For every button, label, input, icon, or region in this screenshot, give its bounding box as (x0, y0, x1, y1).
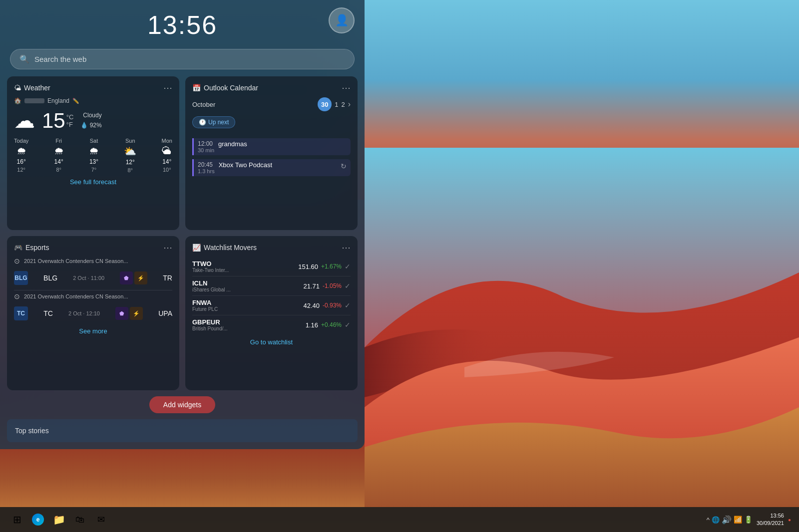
volume-icon[interactable]: 🔊 (722, 515, 732, 525)
home-icon: 🏠 (14, 97, 21, 104)
esports-menu-button[interactable]: ⋯ (163, 243, 172, 252)
calendar-event-row: 12:00 30 min grandmas (198, 140, 347, 153)
notification-dot: ● (788, 517, 791, 523)
stock-row[interactable]: FNWA Future PLC 42.40 -0.93% ✓ (192, 296, 351, 315)
stock-right: 151.60 +1.67% ✓ (298, 263, 351, 270)
watchlist-widget-header: 📈 Watchlist Movers ⋯ (192, 243, 351, 252)
windows-start-button[interactable]: ⊞ (8, 511, 26, 529)
calendar-events: 12:00 30 min grandmas 20:45 1.3 hrs Xbox… (192, 138, 351, 176)
watchlist-menu-button[interactable]: ⋯ (342, 243, 351, 252)
stock-price: 1.16 (306, 321, 318, 329)
taskbar-time: 13:56 (757, 512, 784, 520)
add-widgets-button[interactable]: Add widgets (149, 396, 215, 413)
forecast-icon: ⛅ (124, 145, 136, 157)
microsoft-store-button[interactable]: 🛍 (71, 511, 89, 529)
esports-league-name: 2021 Overwatch Contenders CN Season... (24, 293, 128, 299)
stocks-list: TTWO Take-Two Inter... 151.60 +1.67% ✓ I… (192, 257, 351, 334)
temp-unit-f: °F (66, 121, 74, 128)
calendar-day-number[interactable]: 1 (335, 101, 338, 108)
see-more-link[interactable]: See more (14, 327, 172, 335)
user-avatar[interactable]: 👤 (329, 7, 355, 33)
match-date: 2 Oct · 11:00 (73, 275, 104, 281)
stock-check-icon[interactable]: ✓ (345, 263, 351, 270)
temperature-value: 15 (42, 110, 65, 131)
calendar-event-details: grandmas (218, 140, 347, 148)
weather-location: 🏠 England ✏️ (14, 97, 172, 104)
widgets-panel: 13:56 👤 🔍 Search the web 🌤 Weather ⋯ 🏠 (0, 0, 365, 449)
widgets-grid: 🌤 Weather ⋯ 🏠 England ✏️ ☁ 15 °C (0, 76, 365, 390)
top-stories-bar[interactable]: Top stories (7, 419, 358, 442)
calendar-days: 3012› (318, 97, 351, 111)
calendar-day-active[interactable]: 30 (318, 97, 332, 111)
stock-row[interactable]: GBPEUR British Pound/... 1.16 +0.46% ✓ (192, 315, 351, 334)
forecast-day-name: Mon (162, 138, 172, 144)
team2-logo-alt: ⚡ (130, 307, 143, 320)
esports-widget-header: 🎮 Esports ⋯ (14, 243, 172, 252)
team1-name: TC (43, 309, 53, 317)
stock-check-icon[interactable]: ✓ (345, 301, 351, 309)
calendar-event-time-block: 20:45 1.3 hrs (198, 161, 215, 174)
calendar-event[interactable]: 12:00 30 min grandmas (192, 138, 351, 155)
calendar-event-title: Xbox Two Podcast (219, 161, 337, 169)
esports-match-row: BLG BLG 2 Oct · 11:00 ⬟ ⚡ TR (14, 268, 172, 288)
forecast-icon: 🌧 (54, 145, 64, 157)
stock-row[interactable]: ICLN iShares Global ... 21.71 -1.05% ✓ (192, 276, 351, 296)
stock-name: British Pound/... (192, 326, 228, 331)
calendar-menu-button[interactable]: ⋯ (342, 83, 351, 92)
file-explorer-button[interactable]: 📁 (50, 511, 68, 529)
forecast-high: 16° (17, 158, 26, 165)
calendar-widget-header: 📅 Outlook Calendar ⋯ (192, 83, 351, 92)
esports-match-row: TC TC 2 Oct · 12:10 ⬟ ⚡ UPA (14, 303, 172, 323)
stock-info: TTWO Take-Two Inter... (192, 260, 229, 273)
calendar-chevron-icon[interactable]: › (348, 100, 351, 109)
watchlist-widget-title: 📈 Watchlist Movers (192, 244, 257, 252)
overwatch-icon: ⊙ (14, 257, 20, 265)
avatar-image: 👤 (335, 14, 349, 27)
temp-unit-c: °C (66, 113, 74, 121)
clock-small-icon: 🕐 (199, 119, 206, 126)
calendar-event[interactable]: 20:45 1.3 hrs Xbox Two Podcast ↻ (192, 159, 351, 176)
team2-logo: ⬟ (120, 271, 133, 284)
search-icon: 🔍 (19, 54, 29, 64)
calendar-widget: 📅 Outlook Calendar ⋯ October 3012› 🕐 Up … (185, 76, 358, 230)
esports-widget: 🎮 Esports ⋯ ⊙ 2021 Overwatch Contenders … (7, 236, 179, 390)
stock-name: Future PLC (192, 306, 218, 312)
calendar-month: October (192, 101, 215, 108)
stock-check-icon[interactable]: ✓ (345, 321, 351, 329)
taskbar: ⊞ e 📁 🛍 ✉ ^ 🌐 🔊 📶 🔋 13:56 30/09/2021 ● (0, 507, 799, 532)
taskbar-right: ^ 🌐 🔊 📶 🔋 13:56 30/09/2021 ● (707, 512, 791, 528)
team1-logo: BLG (14, 271, 28, 285)
battery-icon[interactable]: 🔋 (744, 516, 753, 524)
calendar-event-time-block: 12:00 30 min (198, 140, 214, 153)
team2-name: TR (163, 274, 172, 282)
system-tray-icons: ^ 🌐 🔊 📶 🔋 (707, 515, 753, 525)
cloud-icon: ☁ (14, 108, 35, 133)
weather-widget-header: 🌤 Weather ⋯ (14, 83, 172, 92)
stock-price: 21.71 (303, 282, 320, 290)
calendar-event-duration: 1.3 hrs (198, 168, 215, 174)
calendar-day-number[interactable]: 2 (341, 101, 345, 108)
go-to-watchlist-link[interactable]: Go to watchlist (192, 338, 351, 346)
see-full-forecast-link[interactable]: See full forecast (14, 178, 172, 186)
stock-name: Take-Two Inter... (192, 267, 229, 273)
search-bar[interactable]: 🔍 Search the web (10, 49, 355, 69)
chevron-icon[interactable]: ^ (707, 516, 710, 524)
edge-browser-button[interactable]: e (29, 511, 47, 529)
calendar-header-row: October 3012› (192, 97, 351, 111)
team1-logo: TC (14, 306, 28, 320)
up-next-badge: 🕐 Up next (192, 116, 235, 128)
taskbar-time-display[interactable]: 13:56 30/09/2021 (757, 512, 784, 528)
mail-icon: ✉ (97, 514, 105, 525)
stock-ticker: ICLN (192, 279, 231, 287)
forecast-low: 7° (91, 167, 97, 173)
stock-right: 21.71 -1.05% ✓ (303, 282, 351, 290)
wifi-icon[interactable]: 📶 (734, 516, 742, 524)
taskbar-date: 30/09/2021 (757, 520, 784, 527)
mail-button[interactable]: ✉ (92, 511, 110, 529)
network-icon[interactable]: 🌐 (712, 516, 720, 524)
forecast-icon: 🌧 (89, 145, 99, 157)
stock-row[interactable]: TTWO Take-Two Inter... 151.60 +1.67% ✓ (192, 257, 351, 276)
weather-menu-button[interactable]: ⋯ (163, 83, 172, 92)
stock-check-icon[interactable]: ✓ (345, 282, 351, 290)
calendar-event-time: 20:45 (198, 161, 215, 168)
